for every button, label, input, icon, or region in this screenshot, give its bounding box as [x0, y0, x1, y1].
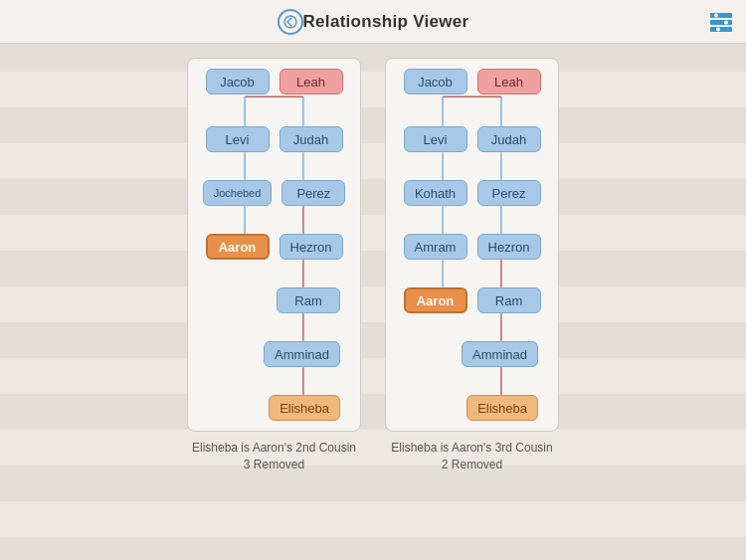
row-kohath-perez-2: Kohath Perez	[394, 180, 550, 206]
row-amminad-2: Amminad	[394, 341, 550, 367]
main-content: Jacob Leah Levi Judah	[0, 44, 746, 560]
svg-rect-3	[710, 27, 732, 32]
back-button[interactable]	[278, 9, 303, 35]
node-aaron-2: Aaron	[404, 287, 467, 313]
connector-svg-2d	[394, 260, 550, 287]
node-leah-2: Leah	[477, 69, 541, 94]
node-jacob-2: Jacob	[404, 69, 467, 94]
node-perez-1: Perez	[281, 180, 345, 206]
row-aaron-hezron-1: Aaron Hezron	[196, 234, 352, 260]
node-kohath-2: Kohath	[404, 180, 467, 206]
node-judah-1: Judah	[280, 126, 343, 152]
page-title: Relationship Viewer	[303, 12, 469, 32]
svg-point-5	[724, 21, 728, 25]
row-elisheba-2: Elisheba	[394, 395, 550, 421]
node-amram-2: Amram	[404, 234, 467, 260]
connector-svg-2a	[394, 94, 550, 126]
caption-2: Elisheba is Aaron's 3rd Cousin2 Removed	[385, 440, 559, 473]
row-aaron-ram-2: Aaron Ram	[394, 287, 550, 313]
node-hezron-1: Hezron	[280, 234, 343, 260]
node-levi-1: Levi	[206, 126, 270, 152]
svg-rect-1	[710, 13, 732, 18]
node-amminad-2: Amminad	[462, 341, 538, 367]
node-ram-2: Ram	[477, 287, 541, 313]
row-jacob-leah-2: Jacob Leah	[394, 69, 550, 94]
connector-svg-1c	[196, 206, 352, 234]
node-jochebed-1: Jochebed	[203, 180, 273, 206]
node-aaron-1: Aaron	[206, 234, 270, 260]
caption-1: Elisheba is Aaron's 2nd Cousin3 Removed	[187, 440, 361, 473]
connector-svg-2c	[394, 206, 550, 234]
row-elisheba-1: Elisheba	[196, 395, 352, 421]
connector-svg-1f	[196, 367, 352, 395]
header: Relationship Viewer	[0, 0, 746, 44]
node-levi-2: Levi	[404, 126, 467, 152]
connector-svg-2e	[394, 313, 550, 341]
row-levi-judah-1: Levi Judah	[196, 126, 352, 152]
node-hezron-2: Hezron	[477, 234, 541, 260]
connector-svg-2f	[394, 367, 550, 395]
tree-panel-1: Jacob Leah Levi Judah	[187, 58, 361, 432]
settings-button[interactable]	[708, 10, 734, 36]
node-elisheba-1: Elisheba	[269, 395, 340, 421]
connector-svg-1d	[196, 260, 352, 287]
panel-2: Jacob Leah Levi Judah Kohath Perez	[385, 58, 559, 473]
panel-1: Jacob Leah Levi Judah	[187, 58, 361, 473]
connector-svg-1e	[196, 313, 352, 341]
row-jochebed-perez-1: Jochebed Perez	[196, 180, 352, 206]
row-levi-judah-2: Levi Judah	[394, 126, 550, 152]
node-judah-2: Judah	[477, 126, 541, 152]
node-elisheba-2: Elisheba	[466, 395, 538, 421]
row-ram-1: Ram	[196, 287, 352, 313]
svg-point-4	[714, 14, 718, 18]
row-jacob-leah-1: Jacob Leah	[196, 69, 352, 94]
connector-svg-2b	[394, 152, 550, 180]
node-ram-1: Ram	[277, 287, 340, 313]
node-leah-1: Leah	[280, 69, 343, 94]
connector-svg-1a	[196, 94, 352, 126]
svg-point-6	[716, 28, 720, 32]
row-amram-hezron-2: Amram Hezron	[394, 234, 550, 260]
row-amminad-1: Amminad	[196, 341, 352, 367]
connector-svg-1b	[196, 152, 352, 180]
node-amminad-1: Amminad	[264, 341, 340, 367]
tree-panel-2: Jacob Leah Levi Judah Kohath Perez	[385, 58, 559, 432]
svg-rect-2	[710, 20, 732, 25]
node-jacob-1: Jacob	[206, 69, 270, 94]
node-perez-2: Perez	[477, 180, 541, 206]
svg-point-0	[284, 16, 296, 28]
